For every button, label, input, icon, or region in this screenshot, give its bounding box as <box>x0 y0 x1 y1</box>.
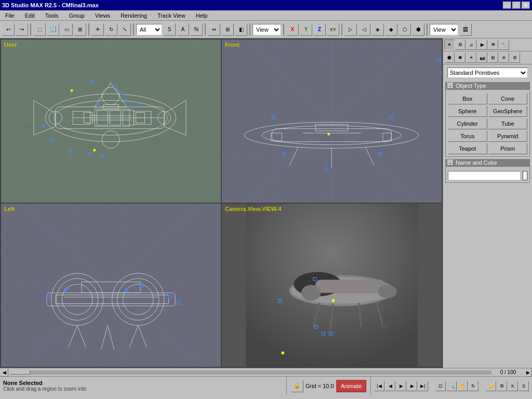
rect-select-button[interactable]: ▭ <box>60 23 73 36</box>
systems-btn[interactable]: ⚙ <box>510 52 520 63</box>
array-button[interactable]: ⊞ <box>221 23 234 36</box>
render-btn[interactable]: 🖼 <box>459 23 472 36</box>
snap-dropdown[interactable]: All <box>136 24 162 35</box>
undo-button[interactable]: ↩ <box>2 23 15 36</box>
box-btn[interactable]: Box <box>448 93 487 104</box>
sphere-btn[interactable]: Sphere <box>448 105 487 117</box>
menu-tools[interactable]: Tools <box>42 11 62 20</box>
angle-snap[interactable]: A <box>177 23 189 36</box>
animate-button[interactable]: Animate <box>336 380 366 392</box>
geosphere-btn[interactable]: GeoSphere <box>488 105 528 117</box>
key-controls: 🔑 ⚙ K S <box>486 381 529 391</box>
name-color-collapse-btn[interactable]: - <box>447 159 454 166</box>
go-start-btn[interactable]: |◀ <box>374 381 384 391</box>
object-type-collapse-btn[interactable]: - <box>447 83 454 89</box>
minimize-button[interactable]: ─ <box>503 2 511 9</box>
spacewarp-btn[interactable]: ≋ <box>499 52 509 63</box>
z-axis-btn[interactable]: Z <box>313 23 326 36</box>
viewport-front[interactable]: Front <box>221 39 442 203</box>
create-tab-btn[interactable]: ✦ <box>444 39 455 50</box>
viewport-user[interactable]: User <box>1 39 221 203</box>
svg-rect-52 <box>383 133 392 141</box>
shapes-btn[interactable]: ✱ <box>455 52 466 63</box>
menu-views[interactable]: Views <box>92 11 113 20</box>
cameras-btn[interactable]: 📷 <box>477 52 487 63</box>
select-button[interactable]: ⬚ <box>33 23 46 36</box>
key-filter-btn[interactable]: ⚙ <box>497 381 507 391</box>
scale-button[interactable]: ⤡ <box>118 23 131 36</box>
play-btn[interactable]: ▶ <box>396 381 406 391</box>
rotate-view-btn[interactable]: ↻ <box>468 381 478 391</box>
rotate-button[interactable]: ↻ <box>105 23 117 36</box>
redo-button[interactable]: ↪ <box>16 23 28 36</box>
navigate-btn4[interactable]: ◆ <box>385 23 397 36</box>
torus-btn[interactable]: Torus <box>448 130 487 142</box>
mirror-button[interactable]: ⇔ <box>208 23 220 36</box>
navigate-btn1[interactable]: ▷ <box>344 23 357 36</box>
y-axis-btn[interactable]: Y <box>300 23 312 36</box>
key-slide-btn[interactable]: S <box>518 381 529 391</box>
render-type-button[interactable]: ◧ <box>235 23 247 36</box>
menu-file[interactable]: File <box>2 11 18 20</box>
next-frame-btn[interactable]: ▶ <box>407 381 417 391</box>
xy-axis-btn[interactable]: XY <box>327 23 339 36</box>
navigate-btn5[interactable]: ⬡ <box>398 23 411 36</box>
close-button[interactable]: ✕ <box>522 2 530 9</box>
motion-tab-btn[interactable]: ▶ <box>477 39 487 50</box>
prev-frame-btn[interactable]: ◀ <box>385 381 395 391</box>
name-color-label: Name and Color <box>456 159 497 166</box>
key-mode-btn[interactable]: K <box>508 381 518 391</box>
cylinder-btn[interactable]: Cylinder <box>448 118 487 129</box>
view-dropdown-left[interactable]: View <box>252 24 281 35</box>
select-filter-button[interactable]: ⊞ <box>74 23 86 36</box>
pyramid-btn[interactable]: Pyramid <box>488 130 528 142</box>
svg-rect-60 <box>325 168 328 171</box>
pan-btn[interactable]: ✋ <box>457 381 468 391</box>
x-axis-btn[interactable]: X <box>286 23 299 36</box>
lock-button[interactable]: 🔒 <box>291 380 303 392</box>
menu-group[interactable]: Group <box>65 11 88 20</box>
color-swatch[interactable] <box>523 171 527 180</box>
window-controls[interactable]: ─ □ ✕ <box>503 2 530 9</box>
tube-btn[interactable]: Tube <box>488 118 528 129</box>
menu-trackview[interactable]: Track View <box>154 11 189 20</box>
scroll-thumb[interactable] <box>9 370 30 375</box>
helpers-btn[interactable]: ⊞ <box>488 52 498 63</box>
display-tab-btn[interactable]: 👁 <box>488 39 498 50</box>
object-name-input[interactable] <box>448 171 521 180</box>
select-name-button[interactable]: 🔠 <box>47 23 59 36</box>
render-view-dropdown[interactable]: View <box>430 24 458 35</box>
menu-rendering[interactable]: Rendering <box>117 11 150 20</box>
navigate-btn2[interactable]: ◁ <box>358 23 370 36</box>
snap-toggle[interactable]: S <box>163 23 176 36</box>
scroll-left-btn[interactable]: ◀ <box>0 368 8 377</box>
sep8 <box>427 23 428 36</box>
modify-tab-btn[interactable]: ⚙ <box>455 39 466 50</box>
prism-btn[interactable]: Prism <box>488 143 528 154</box>
object-type-header: - Object Type <box>445 82 530 89</box>
move-button[interactable]: ✛ <box>91 23 104 36</box>
teapot-btn[interactable]: Teapot <box>448 143 487 154</box>
key-btn[interactable]: 🔑 <box>486 381 496 391</box>
percent-snap[interactable]: % <box>190 23 203 36</box>
zoom-extents-btn[interactable]: ⊡ <box>435 381 446 391</box>
navigate-btn6[interactable]: ⬢ <box>412 23 424 36</box>
zoom-btn[interactable]: 🔍 <box>446 381 457 391</box>
viewport-camera[interactable]: Camera.View.VIEW-4 <box>221 203 442 367</box>
scroll-right-btn[interactable]: ▶ <box>524 368 532 377</box>
maximize-button[interactable]: □ <box>512 2 521 9</box>
scroll-track[interactable] <box>9 370 491 375</box>
utilities-tab-btn[interactable]: 🔧 <box>499 39 509 50</box>
primitive-type-dropdown[interactable]: Standard Primitives Extended Primitives … <box>447 68 528 78</box>
geometry-btn[interactable]: ⬟ <box>444 52 455 63</box>
menu-edit[interactable]: Edit <box>22 11 38 20</box>
svg-rect-28 <box>121 91 123 94</box>
hierarchy-tab-btn[interactable]: ⊿ <box>466 39 476 50</box>
viewport-left[interactable]: Left <box>1 203 221 367</box>
go-end-btn[interactable]: ▶| <box>418 381 428 391</box>
lights-btn[interactable]: ☀ <box>466 52 476 63</box>
navigate-btn3[interactable]: ◈ <box>371 23 384 36</box>
menu-help[interactable]: Help <box>193 11 211 20</box>
cone-btn[interactable]: Cone <box>488 93 528 104</box>
svg-rect-34 <box>50 140 53 142</box>
